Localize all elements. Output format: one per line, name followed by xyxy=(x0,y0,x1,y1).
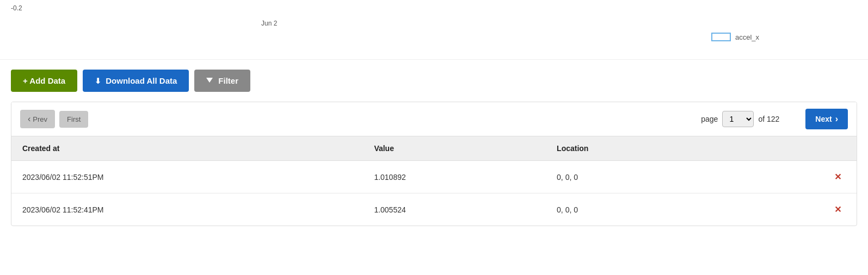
col-header-created-at: Created at xyxy=(11,136,363,161)
data-table-container: Prev First page 1 of 122 Next Created at… xyxy=(11,102,857,226)
chart-legend: accel_x xyxy=(711,33,759,41)
page-prefix: page xyxy=(701,115,718,123)
legend-label-accel-x: accel_x xyxy=(735,33,759,41)
chart-x-label: Jun 2 xyxy=(261,20,277,27)
next-button[interactable]: Next xyxy=(805,109,848,129)
delete-row-button[interactable]: ✕ xyxy=(830,170,846,184)
delete-row-button[interactable]: ✕ xyxy=(830,202,846,217)
col-header-actions xyxy=(729,136,857,161)
filter-icon xyxy=(206,78,213,83)
pagination-bar: Prev First page 1 of 122 Next xyxy=(11,102,857,136)
page-info: page 1 of 122 Next xyxy=(701,109,848,129)
toolbar: + Add Data Download All Data Filter xyxy=(0,60,868,102)
prev-label: Prev xyxy=(33,115,47,123)
chart-area: -0.2 Jun 2 accel_x xyxy=(0,0,868,60)
cell-delete: ✕ xyxy=(729,193,857,226)
download-all-data-button[interactable]: Download All Data xyxy=(83,70,189,92)
add-data-button[interactable]: + Add Data xyxy=(11,70,77,92)
download-icon xyxy=(95,76,101,85)
cell-delete: ✕ xyxy=(729,161,857,193)
page-select[interactable]: 1 xyxy=(722,111,754,127)
filter-button[interactable]: Filter xyxy=(194,70,250,92)
table-header-row: Created at Value Location xyxy=(11,136,857,161)
next-label: Next xyxy=(815,115,832,123)
download-label: Download All Data xyxy=(106,76,177,85)
cell-value: 1.010892 xyxy=(363,161,546,193)
data-table: Created at Value Location 2023/06/02 11:… xyxy=(11,136,857,226)
table-row: 2023/06/02 11:52:41PM1.0055240, 0, 0✕ xyxy=(11,193,857,226)
first-button[interactable]: First xyxy=(59,111,88,128)
chevron-right-icon xyxy=(835,114,838,124)
prev-button[interactable]: Prev xyxy=(20,110,55,128)
cell-value: 1.005524 xyxy=(363,193,546,226)
chart-y-label: -0.2 xyxy=(11,4,22,12)
add-data-label: + Add Data xyxy=(23,76,65,85)
total-pages: of 122 xyxy=(758,115,779,123)
cell-created-at: 2023/06/02 11:52:51PM xyxy=(11,161,363,193)
cell-location: 0, 0, 0 xyxy=(546,193,729,226)
table-row: 2023/06/02 11:52:51PM1.0108920, 0, 0✕ xyxy=(11,161,857,193)
chevron-left-icon xyxy=(28,114,30,124)
col-header-value: Value xyxy=(363,136,546,161)
legend-swatch-accel-x xyxy=(711,33,731,41)
cell-created-at: 2023/06/02 11:52:41PM xyxy=(11,193,363,226)
cell-location: 0, 0, 0 xyxy=(546,161,729,193)
filter-label: Filter xyxy=(218,76,238,85)
col-header-location: Location xyxy=(546,136,729,161)
first-label: First xyxy=(67,115,81,123)
